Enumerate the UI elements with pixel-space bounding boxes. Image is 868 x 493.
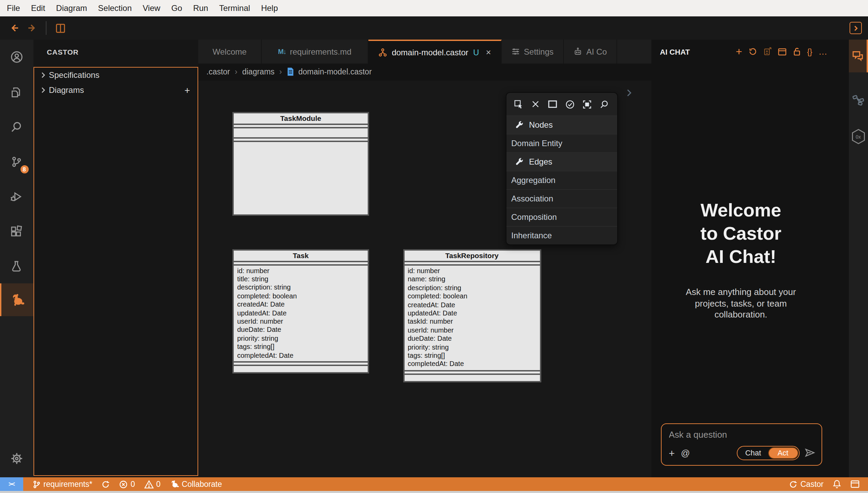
markdown-icon: M↓ [278, 48, 286, 55]
breadcrumb-separator: › [279, 68, 282, 76]
layout-icon[interactable] [778, 47, 787, 56]
unlock-icon[interactable] [793, 47, 801, 56]
menu-item[interactable]: Diagram [51, 0, 93, 16]
extensions-icon[interactable] [0, 214, 33, 249]
menu-item[interactable]: Selection [93, 0, 137, 16]
menu-item[interactable]: View [137, 0, 166, 16]
chat-mode-toggle[interactable]: Chat Act [737, 446, 799, 460]
castor-beaver-icon[interactable] [0, 283, 33, 316]
sync-status-item[interactable] [101, 480, 110, 489]
welcome-title-line: to Castor [700, 222, 781, 245]
tab-bar: Welcome M↓ requirements.md domain-model.… [198, 40, 651, 64]
attach-plus-icon[interactable]: + [669, 447, 675, 459]
close-tool-icon[interactable] [531, 100, 540, 109]
menu-item[interactable]: Help [256, 0, 283, 16]
marquee-tool-icon[interactable] [547, 100, 558, 109]
castor-ide-window: FileEditDiagramSelectionViewGoRunTermina… [0, 0, 868, 493]
focus-tool-icon[interactable] [583, 99, 592, 109]
branch-status-item[interactable]: requirements* [32, 480, 92, 489]
tab-label: Welcome [213, 47, 247, 56]
collaborate-status-item[interactable]: Collaborate [169, 479, 222, 489]
ai-chat-title: AI CHAT [660, 47, 690, 56]
status-bar-right: Castor [789, 479, 860, 489]
breadcrumb-segment[interactable]: diagrams [242, 68, 275, 76]
palette-toolbar [506, 93, 617, 115]
tab-settings[interactable]: Settings [501, 40, 564, 64]
class-attribute: completedAt: Date [237, 351, 368, 360]
source-control-icon[interactable]: 8 [0, 144, 33, 179]
class-box-task[interactable]: Task id: numbertitle: stringdescription:… [232, 249, 369, 374]
menu-item[interactable]: Run [188, 0, 214, 16]
split-editor-icon[interactable] [53, 21, 67, 35]
tab-domain-model[interactable]: domain-model.castor U × [368, 40, 501, 64]
class-name: Task [234, 250, 368, 260]
breadcrumb-segment[interactable]: .castor [206, 68, 230, 76]
mode-chat-option[interactable]: Chat [738, 449, 768, 457]
add-diagram-button[interactable]: + [185, 85, 190, 96]
braces-icon[interactable]: {} [807, 47, 812, 56]
account-icon[interactable] [0, 40, 33, 74]
forward-arrow-icon[interactable] [25, 21, 39, 35]
share-diagram-icon[interactable] [852, 93, 865, 107]
tab-welcome[interactable]: Welcome [198, 40, 262, 64]
breadcrumb-segment[interactable]: domain-model.castor [298, 68, 372, 76]
mention-at-icon[interactable]: @ [681, 448, 690, 458]
palette-item[interactable]: Aggregation [506, 171, 617, 189]
palette-item[interactable]: Inheritance [506, 226, 617, 244]
palette-item-domain-entity[interactable]: Domain Entity [506, 134, 617, 152]
hex-0x-icon[interactable]: 0x [851, 128, 866, 145]
search-icon[interactable] [0, 109, 33, 144]
sidebar-focus-ring [33, 67, 198, 476]
castor-sync-status-item[interactable]: Castor [789, 480, 824, 489]
sidebar-item-diagrams[interactable]: Diagrams + [34, 83, 198, 98]
menu-item[interactable]: Edit [26, 0, 51, 16]
pointer-tool-icon[interactable] [514, 99, 524, 109]
new-chat-icon[interactable]: + [736, 47, 742, 56]
remote-indicator[interactable]: >< [0, 477, 23, 491]
tab-requirements[interactable]: M↓ requirements.md [262, 40, 369, 64]
explorer-icon[interactable] [0, 74, 33, 109]
notifications-bell-icon[interactable] [832, 479, 841, 489]
class-attribute: completed: boolean [237, 292, 368, 300]
send-icon[interactable] [804, 448, 815, 457]
warnings-status-item[interactable]: 0 [144, 480, 161, 489]
testing-beaker-icon[interactable] [0, 249, 33, 283]
check-tool-icon[interactable] [566, 99, 575, 109]
chat-question-input[interactable] [669, 429, 771, 439]
search-tool-icon[interactable] [600, 99, 609, 109]
menu-item[interactable]: File [1, 0, 26, 16]
compartment-separator [404, 261, 540, 266]
chat-input-box[interactable]: + @ Chat Act [661, 423, 822, 465]
class-attribute: id: number [408, 267, 540, 276]
palette-item[interactable]: Association [506, 189, 617, 208]
tab-ai-co[interactable]: AI Co [564, 40, 617, 64]
diagram-canvas[interactable]: TaskModule Task id: numbertitle: stringd… [198, 80, 651, 477]
menu-item[interactable]: Go [166, 0, 188, 16]
errors-status-item[interactable]: 0 [119, 480, 135, 489]
history-icon[interactable] [748, 47, 757, 56]
sidebar-item-specifications[interactable]: Specifications [34, 68, 198, 83]
palette-group-nodes[interactable]: Nodes [506, 115, 617, 134]
warnings-count: 0 [156, 480, 161, 488]
class-attribute: updatedAt: Date [408, 309, 540, 318]
run-debug-icon[interactable] [0, 179, 33, 214]
menu-item[interactable]: Terminal [214, 0, 256, 16]
palette-group-edges[interactable]: Edges [506, 152, 617, 171]
class-name: TaskRepository [404, 251, 540, 261]
class-box-taskrepository[interactable]: TaskRepository id: numbername: stringdes… [403, 249, 541, 382]
back-arrow-icon[interactable] [8, 21, 21, 35]
close-tab-icon[interactable]: × [486, 47, 491, 57]
palette-collapse-chevron-icon[interactable] [625, 88, 633, 97]
panel-layout-icon[interactable] [850, 480, 860, 488]
palette-item[interactable]: Composition [506, 208, 617, 226]
class-box-taskmodule[interactable]: TaskModule [232, 112, 369, 216]
export-icon[interactable] [763, 47, 772, 56]
chat-bubbles-icon[interactable] [849, 40, 868, 72]
settings-gear-icon[interactable] [0, 445, 33, 472]
more-actions-icon[interactable]: … [818, 46, 828, 57]
class-attribute: dueDate: Date [237, 326, 368, 335]
panel-toggle-button[interactable] [850, 22, 862, 34]
mode-act-option[interactable]: Act [768, 447, 798, 459]
wrench-icon [515, 157, 524, 166]
modified-indicator: U [473, 47, 479, 57]
